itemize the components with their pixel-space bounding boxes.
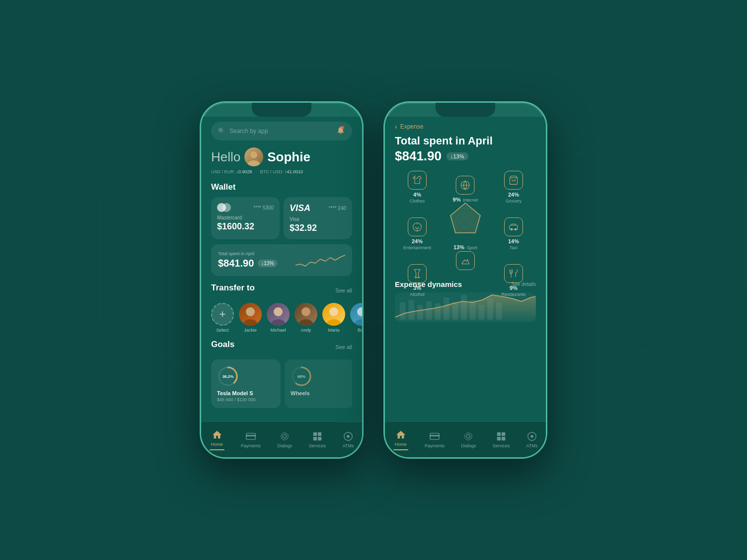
nav-atms-label-right: ATMs: [526, 443, 537, 448]
power-right[interactable]: [546, 162, 547, 192]
andy-name: Andy: [301, 328, 311, 333]
power-button[interactable]: [363, 162, 364, 192]
goal-name-tesla: Tesla Model S: [217, 390, 275, 396]
back-chevron-icon[interactable]: ‹: [395, 123, 397, 131]
volume-down-button[interactable]: [200, 177, 201, 197]
exchange-rates: USD / EUR: ↓0.9028 BTC / USD: ↑41.0010: [211, 169, 352, 174]
nav-home-right[interactable]: Home: [393, 429, 408, 450]
clothes-pct: 4%: [413, 192, 421, 198]
bob-avatar[interactable]: [350, 303, 362, 326]
expense-change-badge: ↓13%: [447, 152, 468, 160]
nav-atms-label-left: ATMs: [342, 443, 354, 448]
svg-point-14: [327, 319, 341, 326]
bell-icon[interactable]: [336, 126, 345, 137]
alcohol-pct: 3%: [413, 285, 421, 291]
nav-home-label-right: Home: [395, 442, 407, 447]
phone-right: ‹ Expense Total spent in April $841.90 ↓…: [383, 101, 547, 459]
goals-list: 38,2% Tesla Model S $45 940 / $120 000: [211, 359, 352, 408]
transfer-title: Transfer to: [211, 283, 255, 293]
vol-up-right[interactable]: [383, 152, 384, 172]
svg-rect-59: [497, 432, 501, 436]
phones-container: 🔍 Search by app Hello: [200, 101, 547, 459]
transfer-bob[interactable]: Bob: [350, 303, 362, 333]
back-row[interactable]: ‹ Expense: [395, 117, 536, 135]
nav-payments-right[interactable]: Payments: [425, 431, 445, 448]
svg-rect-22: [246, 435, 255, 436]
btc-usd-rate: BTC / USD: ↑41.0010: [260, 169, 303, 174]
svg-rect-62: [502, 437, 505, 440]
jackie-name: Jackie: [244, 328, 257, 333]
home-icon-right: [395, 429, 406, 440]
jackie-avatar[interactable]: [239, 303, 262, 326]
visa-card[interactable]: VISA **** 240 Visa $32.92: [284, 197, 352, 239]
category-entertainment: 24% Entertainment: [395, 217, 440, 250]
payments-icon-right: [429, 431, 440, 442]
radar-polygon: [441, 198, 490, 248]
card-balance-master: $1600.32: [217, 221, 274, 232]
goal-item-wheels[interactable]: 60% Wheels: [285, 359, 352, 408]
michael-avatar[interactable]: [267, 303, 290, 326]
svg-point-42: [515, 228, 517, 230]
goal-progress-ring-2: 60%: [291, 365, 312, 387]
internet-name: Internet: [463, 198, 478, 203]
svg-point-9: [274, 307, 283, 316]
transfer-andy[interactable]: Andy: [295, 303, 317, 333]
svg-rect-28: [318, 437, 321, 440]
transfer-add[interactable]: + Select: [211, 303, 234, 333]
add-recipient-button[interactable]: +: [211, 303, 234, 326]
notch-left: [252, 103, 311, 117]
phone-left: 🔍 Search by app Hello: [200, 101, 364, 459]
nav-dialogs-label-left: Dialogs: [277, 443, 292, 448]
nav-atms-left[interactable]: ATMs: [342, 431, 354, 448]
mastercard-card[interactable]: **** 5300 Mastercard $1600.32: [211, 197, 280, 239]
transfer-jackie[interactable]: Jackie: [239, 303, 262, 333]
nav-home-left[interactable]: Home: [210, 429, 224, 450]
transfer-see-all[interactable]: See all: [335, 287, 352, 293]
transfer-michael[interactable]: Michael: [267, 303, 290, 333]
bottom-nav-left: Home Payments Dialogs: [201, 421, 362, 457]
goals-see-all[interactable]: See all: [335, 344, 352, 350]
svg-point-8: [243, 319, 257, 326]
svg-point-11: [301, 307, 310, 316]
total-spent-card[interactable]: Total spent in April $841.90 ↓13%: [211, 244, 352, 276]
vol-down-right[interactable]: [383, 177, 384, 197]
wallet-title: Wallet: [211, 182, 352, 192]
svg-point-10: [271, 319, 285, 326]
marta-avatar[interactable]: [322, 303, 345, 326]
total-spent-label: Total spent in April: [218, 251, 277, 256]
taxi-pct: 14%: [508, 238, 519, 244]
transfer-marta[interactable]: Marta: [322, 303, 345, 333]
goal-item-tesla[interactable]: 38,2% Tesla Model S $45 940 / $120 000: [211, 359, 281, 408]
greeting-section: Hello Sophie: [211, 147, 352, 166]
goal-progress-ring: 38,2%: [217, 365, 239, 387]
nav-services-right[interactable]: Services: [493, 431, 510, 448]
nav-atms-right[interactable]: ATMs: [526, 431, 537, 448]
grocery-pct: 24%: [508, 192, 519, 198]
andy-avatar[interactable]: [295, 303, 317, 326]
right-screen: ‹ Expense Total spent in April $841.90 ↓…: [385, 117, 546, 457]
goal-amount-tesla: $45 940 / $120 000: [217, 397, 275, 402]
nav-payments-left[interactable]: Payments: [241, 431, 261, 448]
wallet-cards: **** 5300 Mastercard $1600.32 VISA **** …: [211, 197, 352, 239]
grocery-icon: [504, 171, 523, 190]
internet-pct: 9%: [453, 197, 461, 203]
alcohol-icon: [408, 264, 427, 283]
restaurants-icon: [504, 264, 523, 283]
marta-name: Marta: [328, 328, 339, 333]
total-spent-amount: $841.90: [218, 258, 254, 269]
expense-amount-row: $841.90 ↓13%: [395, 148, 536, 164]
taxi-name: Taxi: [510, 245, 518, 250]
volume-up-button[interactable]: [200, 152, 201, 172]
mastercard-icon: [217, 203, 231, 212]
nav-dialogs-left[interactable]: Dialogs: [277, 431, 292, 448]
category-taxi: 14% Taxi: [504, 217, 523, 250]
svg-point-57: [467, 434, 470, 438]
category-restaurants: 9% Restaurants: [502, 264, 526, 297]
alcohol-name: Alcohol: [410, 292, 425, 297]
nav-services-left[interactable]: Services: [309, 431, 326, 448]
nav-active-line-left: [210, 449, 224, 450]
search-bar[interactable]: 🔍 Search by app: [211, 122, 352, 140]
dialogs-icon-right: [463, 431, 474, 442]
user-avatar[interactable]: [244, 147, 263, 166]
nav-dialogs-right[interactable]: Dialogs: [461, 431, 476, 448]
